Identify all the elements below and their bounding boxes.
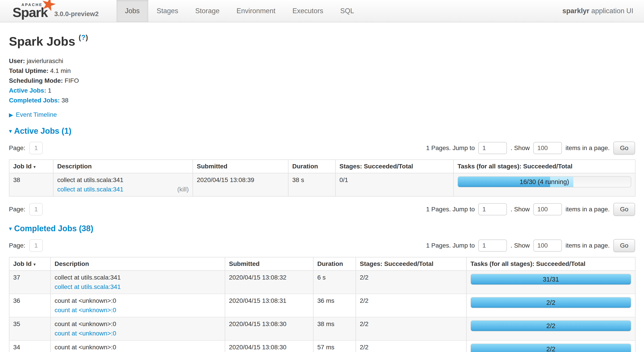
jump-to-page-input[interactable] <box>478 240 507 252</box>
cell-stages: 2/2 <box>356 340 466 352</box>
cell-submitted: 2020/04/15 13:08:39 <box>193 173 288 196</box>
cell-duration: 38 s <box>288 173 336 196</box>
page-number-button[interactable]: 1 <box>29 142 43 154</box>
items-per-page-input[interactable] <box>533 240 562 252</box>
description-link[interactable]: collect at utils.scala:341 <box>57 185 124 194</box>
col-stages[interactable]: Stages: Succeeded/Total <box>356 257 466 270</box>
active-pagination-top: Page: 1 1 Pages. Jump to . Show items in… <box>9 142 635 154</box>
summary-completed-jobs: Completed Jobs: 38 <box>9 96 635 105</box>
show-label: . Show <box>510 242 530 249</box>
cell-description: collect at utils.scala:341 collect at ut… <box>50 270 225 294</box>
active-jobs-heading[interactable]: ▾Active Jobs (1) <box>9 126 635 136</box>
cell-job-id: 35 <box>9 317 50 340</box>
col-description[interactable]: Description <box>50 257 225 270</box>
event-timeline-toggle[interactable]: ▶Event Timeline <box>9 111 635 118</box>
pages-jump-label: 1 Pages. Jump to <box>426 206 475 213</box>
description-link[interactable]: count at <unknown>:0 <box>54 306 116 315</box>
tasks-progress-bar: 16/30 (4 running) <box>458 176 631 188</box>
completed-jobs-link[interactable]: Completed Jobs: <box>9 97 60 104</box>
collapse-right-icon: ▶ <box>9 112 13 118</box>
progress-label: 31/31 <box>471 274 631 284</box>
pagination-controls: 1 Pages. Jump to . Show items in a page.… <box>426 142 635 154</box>
cell-duration: 57 ms <box>313 340 356 352</box>
pagination-controls: 1 Pages. Jump to . Show items in a page.… <box>426 239 635 252</box>
tab-stages[interactable]: Stages <box>148 0 187 22</box>
completed-jobs-heading[interactable]: ▾Completed Jobs (38) <box>9 224 635 233</box>
cell-stages: 0/1 <box>336 173 454 196</box>
jump-to-page-input[interactable] <box>478 203 507 215</box>
table-header-row: Job Id▾ Description Submitted Duration S… <box>9 160 635 173</box>
table-row: 34 count at <unknown>:0 count at <unknow… <box>9 340 635 352</box>
app-title-rest: application UI <box>590 7 633 15</box>
pages-jump-label: 1 Pages. Jump to <box>426 242 475 249</box>
description-link[interactable]: count at <unknown>:0 <box>54 329 116 338</box>
cell-submitted: 2020/04/15 13:08:30 <box>225 340 313 352</box>
app-name: sparklyr <box>562 7 590 15</box>
sort-arrow-icon: ▾ <box>33 262 36 267</box>
kill-link[interactable]: (kill) <box>177 185 189 194</box>
cell-tasks: 16/30 (4 running) <box>454 173 635 196</box>
cell-description: count at <unknown>:0 count at <unknown>:… <box>50 317 225 340</box>
col-submitted[interactable]: Submitted <box>225 257 313 270</box>
tab-sql[interactable]: SQL <box>332 0 363 22</box>
cell-submitted: 2020/04/15 13:08:30 <box>225 317 313 340</box>
summary-scheduling-mode: Scheduling Mode: FIFO <box>9 76 635 86</box>
description-text: collect at utils.scala:341 <box>54 273 221 282</box>
go-button[interactable]: Go <box>613 239 635 252</box>
pagination-controls: 1 Pages. Jump to . Show items in a page.… <box>426 203 635 216</box>
items-label: items in a page. <box>566 144 610 152</box>
active-jobs-link[interactable]: Active Jobs: <box>9 87 46 94</box>
go-button[interactable]: Go <box>613 142 635 154</box>
col-description[interactable]: Description <box>53 160 193 173</box>
progress-label: 16/30 (4 running) <box>458 177 631 187</box>
col-job-id[interactable]: Job Id▾ <box>9 257 50 270</box>
col-submitted[interactable]: Submitted <box>193 160 288 173</box>
col-tasks[interactable]: Tasks (for all stages): Succeeded/Total <box>454 160 635 173</box>
go-button[interactable]: Go <box>613 203 635 216</box>
tab-storage[interactable]: Storage <box>187 0 228 22</box>
col-tasks[interactable]: Tasks (for all stages): Succeeded/Total <box>466 257 635 270</box>
cell-job-id: 38 <box>9 173 53 196</box>
progress-label: 2/2 <box>471 344 631 352</box>
cell-submitted: 2020/04/15 13:08:32 <box>225 270 313 294</box>
items-per-page-input[interactable] <box>533 203 562 215</box>
show-label: . Show <box>510 144 530 152</box>
tab-executors[interactable]: Executors <box>284 0 332 22</box>
completed-pagination-top: Page: 1 1 Pages. Jump to . Show items in… <box>9 239 635 252</box>
page-label: Page: <box>9 144 25 152</box>
items-per-page-input[interactable] <box>533 142 562 154</box>
cell-job-id: 37 <box>9 270 50 294</box>
progress-label: 2/2 <box>471 298 631 308</box>
cell-description: count at <unknown>:0 count at <unknown>:… <box>50 294 225 317</box>
collapse-down-icon: ▾ <box>9 128 12 134</box>
page-title-text: Spark Jobs <box>9 34 75 48</box>
tab-jobs[interactable]: Jobs <box>116 0 148 22</box>
spark-version: 3.0.0-preview2 <box>54 10 98 18</box>
col-stages[interactable]: Stages: Succeeded/Total <box>336 160 454 173</box>
page-number-button[interactable]: 1 <box>29 203 43 216</box>
jump-to-page-input[interactable] <box>478 142 507 154</box>
help-icon[interactable]: (?) <box>79 34 88 41</box>
col-duration[interactable]: Duration <box>313 257 356 270</box>
collapse-down-icon: ▾ <box>9 225 12 232</box>
job-summary: User: javierluraschi Total Uptime: 4.1 m… <box>9 56 635 105</box>
col-duration[interactable]: Duration <box>288 160 336 173</box>
spark-logo: APACHE Spark ★ <box>12 3 48 19</box>
page-label: Page: <box>9 206 25 213</box>
description-text: count at <unknown>:0 <box>54 296 221 306</box>
tab-environment[interactable]: Environment <box>228 0 284 22</box>
col-job-id[interactable]: Job Id▾ <box>9 160 53 173</box>
page-label: Page: <box>9 242 25 249</box>
sort-arrow-icon: ▾ <box>33 164 36 169</box>
table-row: 38 collect at utils.scala:341 collect at… <box>9 173 635 196</box>
page-number-button[interactable]: 1 <box>29 239 43 252</box>
tasks-progress-bar: 2/2 <box>470 344 631 352</box>
spark-brand: APACHE Spark ★ 3.0.0-preview2 <box>0 0 98 22</box>
cell-stages: 2/2 <box>356 294 466 317</box>
active-pagination-bottom: Page: 1 1 Pages. Jump to . Show items in… <box>9 203 635 216</box>
cell-job-id: 36 <box>9 294 50 317</box>
description-link[interactable]: collect at utils.scala:341 <box>54 282 121 292</box>
table-header-row: Job Id▾ Description Submitted Duration S… <box>9 257 635 270</box>
cell-tasks: 2/2 <box>466 340 635 352</box>
page-title: Spark Jobs (?) <box>9 34 635 48</box>
